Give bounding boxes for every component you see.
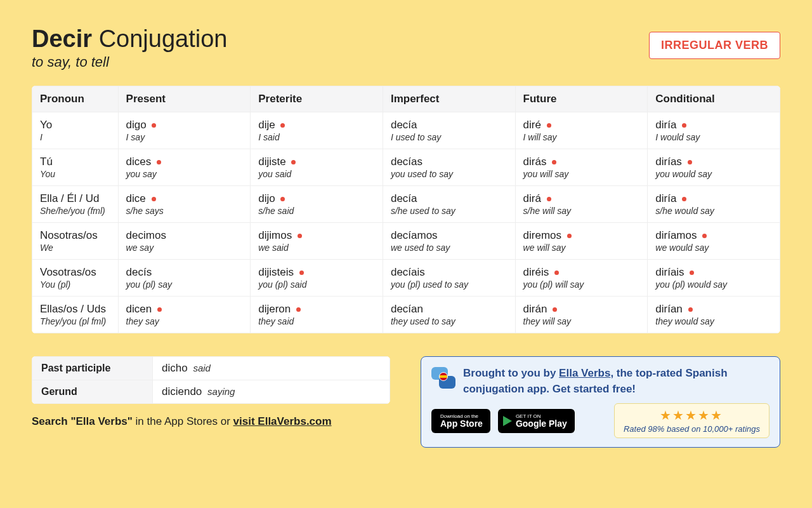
conjugation-table: PronounPresentPreteriteImperfectFutureCo… <box>32 86 780 333</box>
conjugation-cell: dije I said <box>251 112 383 149</box>
pronoun-cell: Vosotras/osYou (pl) <box>32 260 119 297</box>
column-header: Conditional <box>648 86 780 112</box>
pronoun-cell: Ellas/os / UdsThey/you (pl fml) <box>32 297 119 333</box>
conjugation-cell: dijo s/he said <box>251 186 383 223</box>
irregular-dot-icon <box>552 160 556 164</box>
irregular-dot-icon <box>157 307 162 312</box>
promo-text: Brought to you by Ella Verbs, the top-ra… <box>463 366 769 397</box>
conjugation-cell: digo I say <box>118 112 251 149</box>
column-header: Pronoun <box>32 86 119 112</box>
irregular-dot-icon <box>567 234 572 238</box>
irregular-dot-icon <box>547 123 551 128</box>
search-hint: Search "Ella Verbs" in the App Stores or… <box>32 415 390 428</box>
conjugation-cell: diría I would say <box>648 112 780 149</box>
conjugation-cell: dicen they say <box>118 297 251 333</box>
visit-link[interactable]: visit EllaVerbs.com <box>233 415 332 427</box>
conjugation-cell: diréis you (pl) will say <box>515 260 648 297</box>
table-row: TúYoudices you saydijiste you saiddecías… <box>32 149 780 186</box>
irregular-dot-icon <box>553 307 557 312</box>
past-participle-value: dicho said <box>153 357 390 380</box>
column-header: Present <box>118 86 251 112</box>
conjugation-cell: dice s/he says <box>118 186 251 223</box>
app-icon <box>431 366 455 390</box>
conjugation-cell: diremos we will say <box>515 223 648 260</box>
rating-box: ★★★★★ Rated 98% based on 10,000+ ratings <box>614 403 769 438</box>
irregular-dot-icon <box>298 234 302 238</box>
irregular-dot-icon <box>157 160 161 164</box>
irregular-dot-icon <box>690 271 694 275</box>
ella-verbs-link[interactable]: Ella Verbs <box>559 367 610 379</box>
conjugation-cell: dijisteis you (pl) said <box>251 260 383 297</box>
participle-table: Past participle dicho said Gerund dicien… <box>32 356 390 404</box>
conjugation-cell: dices you say <box>118 149 251 186</box>
irregular-dot-icon <box>291 160 296 164</box>
conjugation-cell: dijeron they said <box>251 297 383 333</box>
irregular-dot-icon <box>682 197 686 201</box>
table-row: Nosotras/osWedecimoswe saydijimos we sai… <box>32 223 780 260</box>
conjugation-cell: decísyou (pl) say <box>118 260 251 297</box>
conjugation-cell: decíasyou used to say <box>383 149 515 186</box>
table-row: Ellas/os / UdsThey/you (pl fml)dicen the… <box>32 297 780 333</box>
table-row: Vosotras/osYou (pl)decísyou (pl) saydiji… <box>32 260 780 297</box>
verb-translation: to say, to tell <box>32 54 227 70</box>
column-header: Preterite <box>251 86 383 112</box>
irregular-dot-icon <box>682 123 686 128</box>
pronoun-cell: YoI <box>32 112 119 149</box>
conjugation-cell: decíaisyou (pl) used to say <box>383 260 515 297</box>
conjugation-cell: diré I will say <box>515 112 648 149</box>
conjugation-cell: decimoswe say <box>118 223 251 260</box>
irregular-dot-icon <box>554 271 559 275</box>
conjugation-cell: dijimos we said <box>251 223 383 260</box>
pronoun-cell: Ella / Él / UdShe/he/you (fml) <box>32 186 119 223</box>
conjugation-cell: decíanthey used to say <box>383 297 515 333</box>
googleplay-badge[interactable]: GET IT ON Google Play <box>498 409 575 433</box>
page-title: Decir Conjugation <box>32 25 227 53</box>
past-participle-label: Past participle <box>32 357 153 380</box>
appstore-badge[interactable]: Download on the App Store <box>431 409 490 433</box>
conjugation-cell: dirías you would say <box>648 149 780 186</box>
gerund-label: Gerund <box>32 380 153 404</box>
irregular-dot-icon <box>547 197 551 201</box>
play-icon <box>503 416 512 426</box>
conjugation-cell: decías/he used to say <box>383 186 515 223</box>
table-row: Ella / Él / UdShe/he/you (fml)dice s/he … <box>32 186 780 223</box>
irregular-dot-icon <box>280 197 285 201</box>
star-icons: ★★★★★ <box>624 408 760 423</box>
conjugation-cell: decíaI used to say <box>383 112 515 149</box>
table-row: YoIdigo I saydije I saiddecíaI used to s… <box>32 112 780 149</box>
irregular-dot-icon <box>152 197 156 201</box>
irregular-badge: IRREGULAR VERB <box>649 32 780 59</box>
conjugation-cell: dirán they will say <box>515 297 648 333</box>
gerund-value: diciendo saying <box>153 380 390 404</box>
irregular-dot-icon <box>688 160 692 164</box>
promo-box: Brought to you by Ella Verbs, the top-ra… <box>421 356 780 448</box>
irregular-dot-icon <box>280 123 285 128</box>
irregular-dot-icon <box>152 123 156 128</box>
pronoun-cell: TúYou <box>32 149 119 186</box>
conjugation-cell: diría s/he would say <box>648 186 780 223</box>
irregular-dot-icon <box>296 307 301 312</box>
pronoun-cell: Nosotras/osWe <box>32 223 119 260</box>
conjugation-cell: dijiste you said <box>251 149 383 186</box>
irregular-dot-icon <box>299 271 304 275</box>
irregular-dot-icon <box>688 307 693 312</box>
irregular-dot-icon <box>702 234 707 238</box>
column-header: Imperfect <box>383 86 515 112</box>
conjugation-cell: diríamos we would say <box>648 223 780 260</box>
column-header: Future <box>515 86 648 112</box>
conjugation-cell: decíamoswe used to say <box>383 223 515 260</box>
conjugation-cell: dirían they would say <box>648 297 780 333</box>
conjugation-cell: dirás you will say <box>515 149 648 186</box>
conjugation-cell: dirá s/he will say <box>515 186 648 223</box>
conjugation-cell: diríais you (pl) would say <box>648 260 780 297</box>
